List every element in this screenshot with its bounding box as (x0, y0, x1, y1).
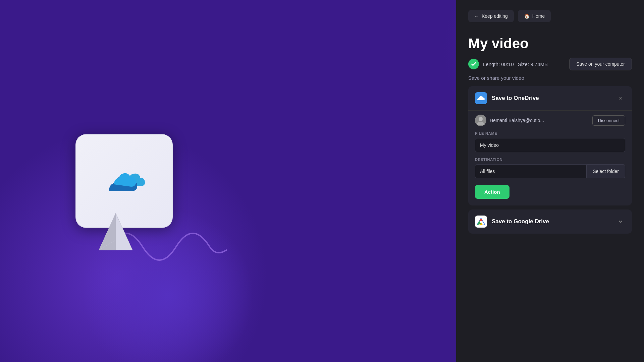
onedrive-header-left: Save to OneDrive (475, 92, 539, 104)
file-name-label: FILE NAME (475, 131, 625, 135)
destination-row: Select folder (475, 164, 625, 178)
left-illustration (0, 0, 248, 362)
save-computer-button[interactable]: Save on your computer (569, 58, 632, 70)
right-panel: ← Keep editing 🏠 Home My video Length: 0… (456, 0, 644, 362)
check-circle-icon (468, 59, 479, 69)
video-length: Length: 00:10 (483, 61, 514, 67)
destination-label: DESTINATION (475, 158, 625, 162)
video-size: Size: 9.74MB (518, 61, 548, 67)
paper-plane-illustration (96, 206, 136, 255)
destination-input[interactable] (475, 164, 587, 178)
disconnect-button[interactable]: Disconnect (592, 115, 625, 126)
meta-left: Length: 00:10 Size: 9.74MB (468, 59, 548, 69)
select-folder-button[interactable]: Select folder (587, 164, 625, 178)
illustration-wrapper (75, 134, 173, 228)
onedrive-card-panel: Save to OneDrive × Hemanti Baishya@outlo… (468, 86, 632, 205)
file-name-input[interactable] (475, 138, 625, 152)
home-icon: 🏠 (524, 13, 530, 19)
top-nav: ← Keep editing 🏠 Home (468, 10, 632, 22)
page-title: My video (468, 36, 632, 52)
share-label: Save or share your video (468, 75, 632, 81)
google-drive-card: Save to Google Drive (468, 209, 632, 234)
google-drive-service-icon (475, 216, 487, 228)
onedrive-service-name: Save to OneDrive (492, 95, 539, 102)
svg-marker-1 (99, 213, 116, 250)
account-row: Hemanti Baishya@outlo... Disconnect (468, 110, 632, 131)
back-arrow-icon: ← (474, 13, 479, 19)
avatar (475, 115, 486, 126)
meta-row: Length: 00:10 Size: 9.74MB Save on your … (468, 58, 632, 70)
google-drive-header: Save to Google Drive (468, 209, 632, 234)
keep-editing-button[interactable]: ← Keep editing (468, 10, 514, 22)
account-left: Hemanti Baishya@outlo... (475, 115, 544, 126)
onedrive-service-icon (475, 92, 487, 104)
action-button[interactable]: Action (475, 185, 509, 199)
onedrive-close-button[interactable]: × (616, 94, 625, 103)
svg-point-4 (479, 117, 483, 121)
google-drive-expand-button[interactable] (616, 217, 625, 226)
keep-editing-label: Keep editing (482, 13, 508, 19)
onedrive-cloud-icon (97, 164, 151, 198)
google-drive-service-name: Save to Google Drive (492, 218, 549, 225)
onedrive-header: Save to OneDrive × (468, 86, 632, 110)
home-label: Home (532, 13, 545, 19)
home-button[interactable]: 🏠 Home (518, 10, 551, 22)
onedrive-form: FILE NAME DESTINATION Select folder Acti… (468, 131, 632, 205)
gdrive-header-left: Save to Google Drive (475, 216, 549, 228)
account-email: Hemanti Baishya@outlo... (490, 118, 544, 123)
